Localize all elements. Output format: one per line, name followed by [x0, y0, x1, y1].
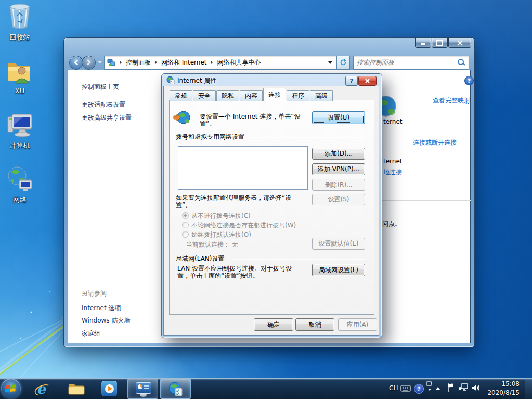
radio-never-dial: [182, 212, 189, 219]
internet-explorer-icon: e: [36, 381, 45, 397]
view-full-map-link[interactable]: 查看完整映射: [433, 96, 470, 105]
back-button[interactable]: [69, 56, 83, 70]
maximize-icon: [436, 40, 443, 46]
desktop-icon-recycle-bin[interactable]: 回收站: [0, 3, 40, 42]
breadcrumb-separator-icon: [155, 60, 157, 65]
current-default-text: 当前默认连接： 无: [186, 240, 238, 249]
control-panel-icon: [135, 382, 151, 396]
history-dropdown[interactable]: [98, 61, 102, 63]
help-button[interactable]: ?: [464, 76, 474, 85]
taskbar-item-internet-explorer[interactable]: e: [32, 381, 50, 396]
sidebar-item-control-panel-home[interactable]: 控制面板主页: [82, 83, 119, 92]
network-globe-icon: [6, 165, 34, 192]
show-desktop-button[interactable]: [525, 378, 532, 399]
taskbar-item-internet-properties[interactable]: [160, 379, 191, 399]
taskbar-item-media-player[interactable]: [101, 381, 117, 396]
taskbar-item-explorer[interactable]: [68, 381, 85, 397]
connections-listbox[interactable]: [178, 146, 308, 190]
language-bar-options-icon[interactable]: [426, 381, 432, 391]
action-center-flag-icon[interactable]: [446, 383, 455, 392]
taskbar: e: [0, 378, 532, 399]
search-icon[interactable]: [457, 58, 465, 67]
dialog-titlebar[interactable]: Internet 属性 ?: [162, 74, 382, 86]
breadcrumb-item-control-panel[interactable]: 控制面板: [126, 58, 151, 67]
clock-date: 2020/8/15: [487, 389, 520, 397]
desktop-icon-network[interactable]: 网络: [0, 165, 40, 204]
add-vpn-button[interactable]: 添加 VPN(P)...: [312, 163, 365, 175]
set-default-button: 设置默认值(E): [312, 238, 365, 250]
sidebar-item-internet-options[interactable]: Internet 选项: [82, 304, 121, 313]
desktop: 回收站 XU 计算机: [0, 0, 532, 399]
network-status-icon[interactable]: [459, 383, 468, 392]
close-button[interactable]: [448, 38, 471, 48]
internet-setup-icon: [173, 110, 191, 125]
desktop-icon-computer[interactable]: 计算机: [0, 112, 40, 150]
internet-caption: ternet: [383, 118, 403, 125]
maximize-button[interactable]: [432, 38, 448, 48]
refresh-icon: [340, 59, 347, 66]
tab-connections[interactable]: 连接: [263, 88, 286, 101]
address-dropdown-icon[interactable]: [328, 61, 332, 64]
dialog-help-button[interactable]: ?: [345, 76, 358, 86]
keyboard-layout-icon[interactable]: [400, 384, 411, 392]
dialup-group-label: 拨号和虚拟专用网络设置: [176, 133, 244, 141]
lan-group-label: 局域网(LAN)设置: [176, 254, 225, 263]
volume-icon[interactable]: [471, 383, 480, 392]
tray-help-icon[interactable]: ?: [414, 384, 424, 394]
sidebar-item-change-adapter-settings[interactable]: 更改适配器设置: [82, 100, 125, 109]
breadcrumb-item-network-internet[interactable]: 网络和 Internet: [161, 58, 206, 67]
tab-advanced[interactable]: 高级: [310, 90, 333, 101]
tab-content[interactable]: 内容: [240, 90, 263, 101]
desktop-icon-label: 网络: [0, 195, 40, 204]
desktop-icon-label: 计算机: [0, 141, 40, 150]
folder-icon: [68, 381, 85, 396]
tab-security[interactable]: 安全: [193, 90, 216, 101]
add-button[interactable]: 添加(D)...: [312, 148, 365, 160]
access-type-value: ternet: [383, 158, 403, 165]
forward-button[interactable]: [82, 56, 96, 70]
navigation-bar: 控制面板 网络和 Internet 网络和共享中心: [69, 55, 469, 70]
apply-button: 应用(A): [338, 318, 377, 331]
recycle-bin-icon: [7, 3, 33, 30]
local-area-connection-link[interactable]: 地连接: [383, 168, 402, 177]
tab-privacy[interactable]: 隐私: [216, 90, 239, 101]
tray-language-indicator[interactable]: CH: [389, 384, 398, 392]
connect-disconnect-link[interactable]: 连接或断开连接: [413, 138, 457, 147]
back-icon: [73, 59, 79, 66]
proxy-text-line1: 如果要为连接配置代理服务器，请选择“设: [176, 194, 291, 202]
remove-button: 删除(R)...: [312, 179, 365, 191]
setup-button[interactable]: 设置(U): [312, 111, 365, 124]
dialog-close-button[interactable]: [358, 76, 377, 86]
sidebar-item-homegroup[interactable]: 家庭组: [82, 329, 100, 338]
cancel-button[interactable]: 取消: [295, 318, 334, 331]
radio-always-dial: [182, 231, 189, 238]
start-button[interactable]: [1, 379, 21, 398]
breadcrumb-item-network-sharing[interactable]: 网络和共享中心: [217, 58, 261, 67]
sidebar-item-change-sharing-settings[interactable]: 更改高级共享设置: [82, 113, 132, 122]
radio-always-dial-label: 始终拨打默认连接(O): [191, 230, 251, 239]
computer-icon: [6, 112, 34, 138]
refresh-button[interactable]: [337, 56, 350, 70]
internet-properties-dialog: Internet 属性 ? 常规 安全 隐私 内容 连接 程序 高级: [161, 73, 382, 338]
explorer-titlebar[interactable]: [64, 38, 474, 55]
radio-dial-whenever-label: 不论网络连接是否存在都进行拨号(W): [191, 221, 296, 230]
ok-button[interactable]: 确定: [254, 318, 293, 331]
sidebar-item-windows-firewall[interactable]: Windows 防火墙: [82, 316, 130, 325]
breadcrumb-separator-icon: [120, 60, 122, 65]
network-center-icon: [107, 58, 115, 67]
search-input[interactable]: [354, 59, 457, 66]
desktop-icon-label: XU: [0, 87, 40, 95]
desktop-icon-xu-folder[interactable]: XU: [0, 58, 40, 95]
minimize-button[interactable]: [415, 38, 431, 48]
lan-settings-button[interactable]: 局域网设置(L): [312, 264, 365, 276]
help-icon: ?: [468, 78, 471, 84]
tab-programs[interactable]: 程序: [287, 90, 309, 101]
taskbar-item-control-panel[interactable]: [127, 379, 158, 399]
breadcrumb-separator-icon: [211, 60, 213, 65]
address-bar[interactable]: 控制面板 网络和 Internet 网络和共享中心: [104, 56, 337, 70]
group-divider: [233, 259, 364, 259]
tab-general[interactable]: 常规: [170, 90, 192, 101]
taskbar-clock[interactable]: 15:08 2020/8/15: [487, 380, 520, 397]
group-divider: [248, 137, 364, 137]
show-hidden-icons-button[interactable]: [436, 387, 440, 390]
